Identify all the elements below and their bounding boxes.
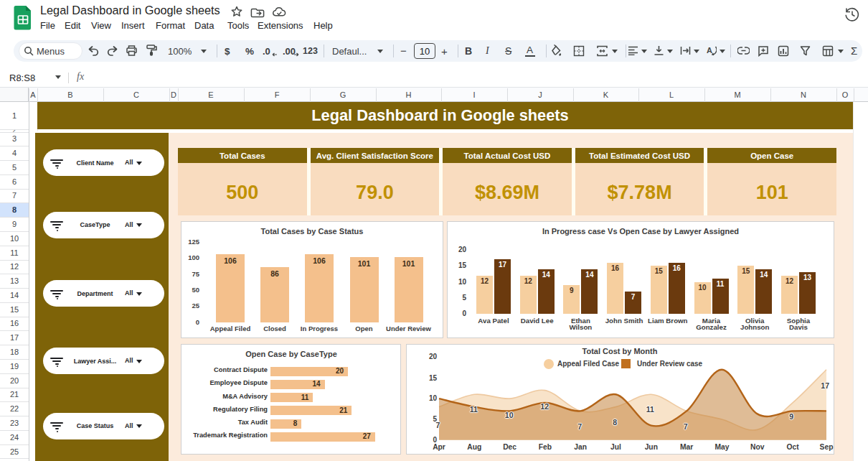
svg-text:A: A [707, 46, 712, 55]
